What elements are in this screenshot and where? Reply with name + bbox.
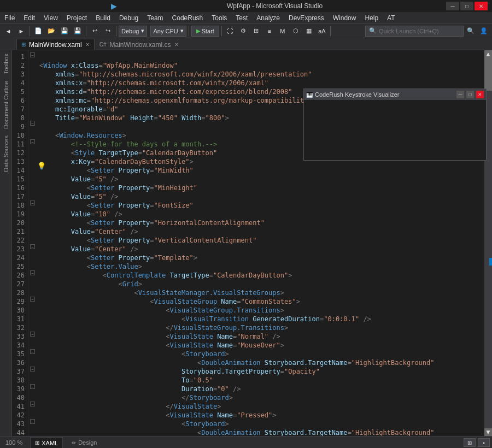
xaml-tab-icon: ⊞	[35, 440, 39, 446]
menu-team[interactable]: Team	[143, 12, 167, 23]
search-icon: 🔍	[369, 27, 377, 34]
menu-edit[interactable]: Edit	[19, 12, 39, 23]
collapse-icon-6[interactable]: −	[30, 269, 36, 276]
sidebar-item-data-sources[interactable]: Data Sources	[3, 132, 9, 175]
collapse-icon-2[interactable]: −	[30, 120, 36, 126]
menu-help[interactable]: Help	[360, 12, 383, 23]
coderush-dialog: 🎹 CodeRush Keystroke Visualizer ─ □ ✕	[303, 89, 487, 161]
tab-mainwindow-cs[interactable]: C# MainWindow.xaml.cs ✕	[95, 39, 184, 50]
collapse-icon-5[interactable]: −	[30, 243, 36, 250]
tb-extra-7[interactable]: ▦	[303, 26, 315, 37]
play-icon: ▶	[196, 28, 201, 34]
xaml-tab-label: XAML	[42, 440, 58, 446]
menu-file[interactable]: File	[0, 12, 19, 23]
menu-debug[interactable]: Debug	[115, 12, 143, 23]
maximize-button[interactable]: □	[460, 2, 473, 10]
design-tab-icon: ✏	[72, 440, 76, 446]
dialog-title-text: CodeRush Keystroke Visualizer	[315, 91, 454, 98]
design-tab-label: Design	[78, 439, 97, 446]
sidebar-item-toolbox[interactable]: Toolbox	[3, 50, 9, 78]
collapse-icon-7[interactable]: −	[30, 295, 36, 303]
new-project-button[interactable]: 📄	[32, 26, 44, 37]
lightbulb-icon[interactable]: 💡	[37, 162, 46, 170]
dialog-title-bar[interactable]: 🎹 CodeRush Keystroke Visualizer ─ □ ✕	[304, 89, 486, 100]
menu-view[interactable]: View	[39, 12, 62, 23]
collapse-icon-8[interactable]: −	[30, 330, 36, 338]
collapse-icon-14[interactable]: −	[30, 435, 36, 436]
minimize-button[interactable]: ─	[446, 2, 459, 10]
save-all-button[interactable]: 💾	[72, 26, 84, 37]
tb-extra-5[interactable]: M	[277, 26, 289, 37]
redo-button[interactable]: ↪	[102, 26, 114, 37]
menu-at[interactable]: AT	[383, 12, 399, 23]
view-single-button[interactable]: ▪	[478, 438, 490, 447]
menu-build[interactable]: Build	[91, 12, 115, 23]
collapse-icon-4[interactable]: −	[30, 199, 36, 207]
window-controls: ─ □ ✕	[446, 2, 488, 10]
tab-icon-xaml: ⊞	[21, 42, 26, 48]
menu-devexpress[interactable]: DevExpress	[284, 12, 329, 23]
toolbar-separator-4	[189, 26, 189, 36]
toolbar-separator-2	[86, 26, 86, 36]
app-icon: ▶	[4, 2, 224, 10]
toolbar-separator-6	[330, 26, 331, 36]
platform-dropdown[interactable]: Any CPU ▾	[150, 26, 186, 37]
tab-bar: ⊞ MainWindow.xaml ✕ C# MainWindow.xaml.c…	[0, 38, 492, 50]
undo-button[interactable]: ↩	[89, 26, 101, 37]
tb-extra-2[interactable]: ⚙	[237, 26, 249, 37]
tab-close-inactive[interactable]: ✕	[174, 42, 179, 48]
scroll-down-button[interactable]: ▼	[484, 428, 492, 436]
scroll-thumb[interactable]	[484, 58, 492, 91]
dialog-body	[304, 100, 486, 160]
title-bar: ▶ WpfApp - Microsoft Visual Studio ─ □ ✕	[0, 0, 492, 12]
collapse-icon-10[interactable]: −	[30, 365, 36, 373]
tb-extra-1[interactable]: ⛶	[224, 26, 236, 37]
menu-analyze[interactable]: Analyze	[252, 12, 284, 23]
dialog-minimize-button[interactable]: ─	[456, 91, 464, 98]
save-button[interactable]: 💾	[58, 26, 71, 37]
forward-button[interactable]: ►	[15, 26, 27, 37]
view-split-button[interactable]: ⊞	[464, 438, 476, 447]
tb-extra-3[interactable]: ⊞	[250, 26, 262, 37]
collapse-icon-11[interactable]: −	[30, 382, 36, 390]
editor-area: 1 2 3 4 5 6 7 8 9 10 11 12 13 14 15 16 1…	[12, 50, 492, 436]
tb-extra-4[interactable]: ≡	[263, 26, 276, 37]
menu-window[interactable]: Window	[329, 12, 361, 23]
main-area: Toolbox Document Outline Data Sources 1 …	[0, 50, 492, 436]
menu-coderush[interactable]: CodeRush	[168, 12, 208, 23]
search-button[interactable]: 🔍	[465, 26, 477, 37]
tab-label-inactive: MainWindow.xaml.cs	[110, 41, 171, 49]
sidebar-item-document-outline[interactable]: Document Outline	[3, 78, 9, 132]
back-button[interactable]: ◄	[2, 26, 14, 37]
dialog-close-button[interactable]: ✕	[476, 91, 484, 98]
debug-config-dropdown[interactable]: Debug ▾	[119, 26, 147, 37]
dialog-maximize-button[interactable]: □	[466, 91, 474, 98]
scroll-up-button[interactable]: ▲	[484, 50, 492, 58]
view-controls: ⊞ ▪	[464, 438, 492, 447]
menu-test[interactable]: Test	[231, 12, 252, 23]
menu-tools[interactable]: Tools	[207, 12, 231, 23]
quick-launch-input[interactable]	[379, 28, 450, 34]
quick-launch-container[interactable]: 🔍	[365, 26, 464, 37]
menu-project[interactable]: Project	[62, 12, 91, 23]
close-button[interactable]: ✕	[475, 2, 488, 10]
tab-mainwindow-xaml[interactable]: ⊞ MainWindow.xaml ✕	[16, 39, 95, 50]
tab-xaml[interactable]: ⊞ XAML	[30, 437, 63, 448]
toolbar-separator-1	[30, 26, 30, 36]
tb-extra-8[interactable]: aA	[316, 26, 328, 37]
tab-design[interactable]: ✏ Design	[67, 437, 101, 448]
account-button[interactable]: 👤	[478, 26, 490, 37]
menu-bar: File Edit View Project Build Debug Team …	[0, 12, 492, 24]
collapse-icon-3[interactable]: −	[30, 138, 36, 145]
collapse-icon-1[interactable]: −	[30, 50, 36, 59]
collapse-icon-12[interactable]: −	[30, 400, 36, 408]
blue-margin-indicator	[489, 258, 492, 266]
collapse-icon-9[interactable]: −	[30, 347, 36, 355]
toolbar-separator-5	[221, 26, 222, 36]
tb-extra-6[interactable]: ⬡	[290, 26, 302, 37]
start-button[interactable]: ▶ Start	[191, 26, 219, 37]
collapse-icon-13[interactable]: −	[30, 417, 36, 425]
open-button[interactable]: 📂	[45, 26, 57, 37]
line-numbers: 1 2 3 4 5 6 7 8 9 10 11 12 13 14 15 16 1…	[12, 50, 28, 436]
tab-close-active[interactable]: ✕	[85, 42, 90, 48]
